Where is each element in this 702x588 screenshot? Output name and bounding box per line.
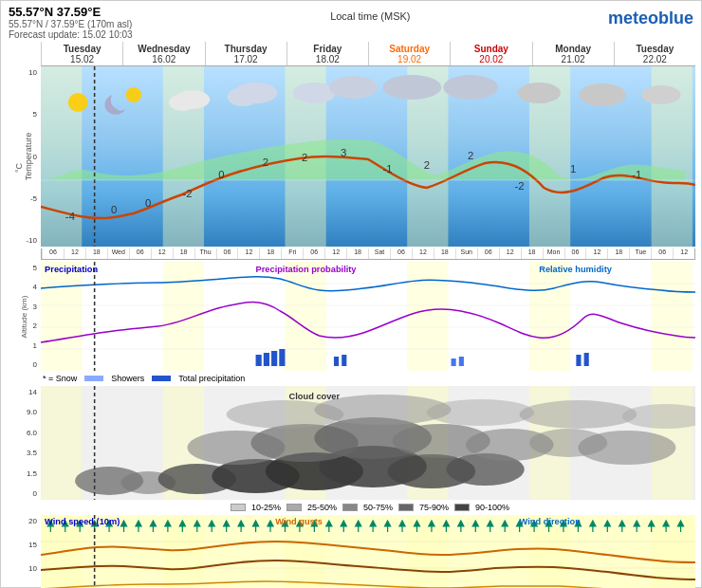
wind-left-tick: 15: [28, 541, 37, 549]
day-col-19.02: Saturday19.02: [368, 42, 450, 65]
svg-rect-56: [584, 353, 589, 366]
cloud-50-75-label: 50-75%: [363, 503, 393, 512]
svg-text:2: 2: [263, 156, 268, 168]
svg-point-33: [518, 83, 561, 103]
altitude-label: Altitude (km): [20, 295, 28, 338]
temp-left-tick: 5: [33, 110, 37, 119]
svg-point-34: [579, 83, 625, 106]
svg-text:-4: -4: [65, 211, 75, 222]
cloud-y-axis-left: 149.06.03.51.50: [1, 386, 39, 500]
temp-chart-svg: -4 0 0 -2 0 2 2 3 -1 2 2 -2 1 -1: [41, 66, 695, 247]
cloud-90-100-color: [454, 504, 470, 511]
time-tick: 18: [434, 248, 455, 259]
all-charts: 1050-5-10 1050-5-10: [1, 66, 701, 588]
meteoblue-logo: meteoblue: [608, 9, 693, 28]
cloud-50-75-color: [342, 504, 358, 511]
time-tick: Wed: [107, 248, 129, 259]
day-col-22.02: Tuesday22.02: [614, 42, 695, 65]
temp-panel-inner: -4 0 0 -2 0 2 2 3 -1 2 2 -2 1 -1: [41, 66, 695, 247]
day-col-20.02: Sunday20.02: [450, 42, 531, 65]
svg-text:0: 0: [111, 204, 117, 215]
cloud-25-50-color: [286, 504, 302, 511]
time-tick: 06: [303, 248, 324, 259]
svg-rect-41: [529, 262, 570, 371]
cloud-legend-row: 10-25% 25-50% 50-75% 75-90% 90-100%: [1, 502, 701, 513]
svg-point-31: [382, 75, 441, 100]
wind-panel-inner: Wind speed (10m) Wind gusts Wind directi…: [41, 515, 695, 588]
svg-rect-40: [407, 262, 448, 371]
svg-rect-51: [334, 357, 339, 366]
temp-axis-label: Temperature: [24, 133, 33, 181]
svg-point-30: [329, 76, 378, 99]
svg-text:-1: -1: [632, 169, 641, 180]
day-col-18.02: Friday18.02: [286, 42, 368, 65]
svg-rect-50: [279, 349, 285, 366]
snow-legend: * = Snow: [43, 374, 77, 383]
svg-point-35: [641, 85, 680, 104]
svg-point-32: [443, 75, 498, 100]
total-precip-color: [152, 376, 171, 381]
wind-left-tick: 10: [28, 564, 37, 573]
temp-left-tick: -5: [30, 194, 37, 203]
time-tick: 06: [564, 248, 586, 259]
svg-text:1: 1: [570, 163, 576, 175]
coords-block: 55.57°N 37.59°E 55.57°N / 37.59°E (170m …: [9, 5, 133, 40]
svg-rect-48: [264, 353, 269, 366]
svg-rect-42: [652, 262, 693, 371]
svg-point-26: [169, 94, 196, 111]
svg-text:-1: -1: [383, 163, 393, 175]
time-tick: 12: [499, 248, 521, 259]
coords-sub: 55.57°N / 37.59°E (170m asl): [9, 19, 133, 29]
showers-legend: Showers: [111, 374, 144, 383]
precip-left-tick: 4: [33, 283, 37, 291]
cloud-left-tick: 3.5: [27, 449, 37, 457]
cloud-left-tick: 6.0: [27, 429, 37, 437]
day-col-21.02: Monday21.02: [532, 42, 614, 65]
precip-left-tick: 5: [33, 264, 37, 272]
time-tick: 18: [173, 248, 194, 259]
svg-point-24: [126, 87, 141, 102]
svg-text:Wind speed (10m): Wind speed (10m): [45, 517, 120, 526]
cloud-left-tick: 14: [28, 388, 37, 396]
time-tick: 06: [129, 248, 151, 259]
showers-color: [84, 376, 103, 381]
time-tick: Sat: [368, 248, 390, 259]
time-tick: 06: [477, 248, 499, 259]
cloud-10-25-color: [231, 504, 246, 511]
local-time-label: Local time (MSK): [330, 10, 410, 22]
svg-text:Relative humidity: Relative humidity: [539, 265, 613, 274]
time-tick: 18: [521, 248, 543, 259]
svg-text:Precipitation probability: Precipitation probability: [256, 265, 358, 274]
svg-text:0: 0: [218, 169, 224, 180]
svg-rect-47: [256, 355, 262, 366]
time-tick: 06: [651, 248, 673, 259]
svg-rect-36: [41, 262, 695, 371]
time-tick: 12: [151, 248, 173, 259]
main-container: 55.57°N 37.59°E 55.57°N / 37.59°E (170m …: [0, 0, 702, 588]
svg-text:2: 2: [468, 150, 473, 161]
cloud-25-50-label: 25-50%: [307, 503, 337, 512]
svg-rect-53: [452, 358, 456, 366]
time-tick: 12: [64, 248, 85, 259]
svg-text:Precipitation: Precipitation: [45, 265, 99, 274]
svg-text:-2: -2: [182, 188, 192, 199]
wind-panel-wrapper: 20151050 20151050: [1, 515, 701, 588]
svg-text:3: 3: [341, 147, 346, 158]
cloud-chart-svg: Cloud cover: [41, 386, 695, 500]
cloud-75-90-color: [398, 504, 414, 511]
wind-left-tick: 20: [28, 517, 37, 525]
svg-rect-55: [576, 355, 581, 366]
time-tick: 12: [585, 248, 607, 259]
wind-y-axis-left: 20151050: [1, 515, 39, 588]
temp-left-tick: -10: [26, 236, 37, 245]
time-tick: 12: [673, 248, 694, 259]
svg-text:Wind direction: Wind direction: [520, 517, 582, 526]
time-tick: 18: [259, 248, 281, 259]
temp-panel-wrapper: 1050-5-10 1050-5-10: [1, 66, 701, 247]
time-tick: 06: [390, 248, 412, 259]
time-tick: 18: [346, 248, 368, 259]
cloud-left-tick: 1.5: [27, 469, 37, 478]
time-tick: Thu: [194, 248, 216, 259]
total-precip-legend: Total precipitation: [178, 374, 245, 383]
precip-panel-wrapper: 543210 100806040200: [1, 262, 701, 371]
